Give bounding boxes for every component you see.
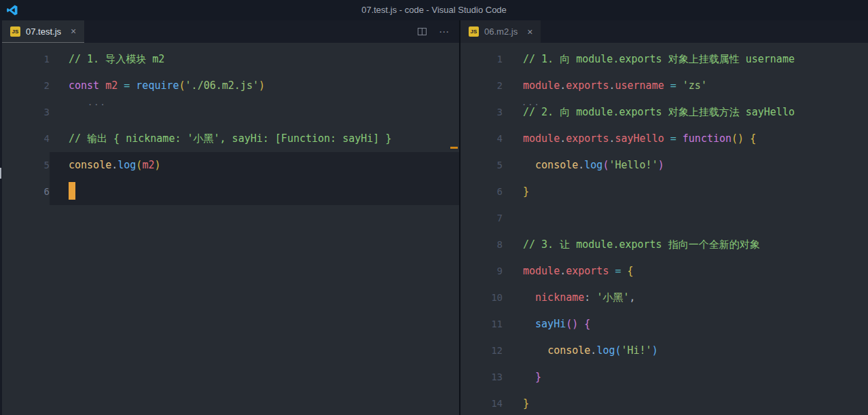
editor-06-m2-js[interactable]: 1// 1. 向 module.exports 对象上挂载属性 username… bbox=[460, 43, 868, 415]
line-number[interactable]: 4 bbox=[2, 126, 50, 152]
close-tab-icon[interactable]: × bbox=[527, 27, 532, 37]
code-token: { bbox=[750, 132, 756, 145]
code-line[interactable]: 11 sayHi() { bbox=[460, 311, 868, 338]
code-line[interactable]: 6 bbox=[2, 179, 459, 205]
code-line[interactable]: 7 bbox=[460, 205, 868, 232]
line-number[interactable]: 8 bbox=[460, 232, 503, 258]
code-token: m2 bbox=[142, 159, 154, 171]
editor-07-test-js[interactable]: 1// 1. 导入模块 m22const m2 = require('./06.… bbox=[2, 43, 459, 415]
code-line[interactable]: 2module.exports.username = 'zs' bbox=[460, 73, 868, 99]
tab-label: 06.m2.js bbox=[484, 26, 518, 37]
code-token bbox=[523, 371, 535, 383]
line-number[interactable]: 13 bbox=[460, 364, 503, 391]
line-number[interactable]: 12 bbox=[460, 338, 503, 364]
code-token: ( bbox=[179, 79, 185, 92]
code-line[interactable]: 5 console.log('Hello!') bbox=[460, 152, 868, 179]
code-line[interactable]: 12 console.log('Hi!') bbox=[460, 338, 868, 364]
code-line[interactable]: 9module.exports = { bbox=[460, 258, 868, 285]
code-token: sayHi bbox=[535, 318, 566, 330]
line-number[interactable]: 3 bbox=[2, 99, 50, 126]
tab-06-m2-js[interactable]: JS 06.m2.js × bbox=[460, 20, 541, 43]
line-number[interactable]: 5 bbox=[460, 152, 503, 179]
code-token: } bbox=[523, 397, 529, 410]
more-actions-icon[interactable]: ⋯ bbox=[439, 26, 450, 37]
close-tab-icon[interactable]: × bbox=[71, 26, 76, 36]
code-line[interactable]: 1// 1. 向 module.exports 对象上挂载属性 username bbox=[460, 46, 868, 73]
line-number[interactable]: 3 bbox=[460, 99, 503, 126]
code-token: nickname bbox=[535, 291, 584, 304]
code-token: ) bbox=[738, 132, 744, 145]
line-number[interactable]: 6 bbox=[460, 179, 503, 205]
tab-07-test-js[interactable]: JS 07.test.js × bbox=[2, 20, 84, 43]
code-content: } bbox=[503, 364, 868, 391]
code-line[interactable]: 10 nickname: '小黑', bbox=[460, 285, 868, 311]
code-token: = bbox=[670, 132, 676, 145]
code-token: . bbox=[111, 159, 117, 171]
code-line[interactable]: 4module.exports.sayHello = function() { bbox=[460, 126, 868, 152]
code-token: } bbox=[523, 185, 529, 198]
inline-hint-dots: ... bbox=[522, 98, 541, 107]
inline-hint-dots: ... bbox=[88, 98, 107, 107]
code-token: ( bbox=[615, 344, 621, 357]
line-number[interactable]: 5 bbox=[2, 152, 50, 179]
code-token: : bbox=[584, 291, 590, 304]
code-token: console bbox=[69, 159, 111, 171]
code-line[interactable]: 3 bbox=[2, 99, 459, 126]
text-cursor bbox=[69, 182, 75, 200]
code-token: = bbox=[670, 79, 676, 92]
line-number[interactable]: 14 bbox=[460, 391, 503, 415]
code-token bbox=[117, 79, 124, 92]
code-token: = bbox=[124, 79, 130, 92]
code-content: module.exports = { bbox=[503, 258, 868, 285]
code-line[interactable]: 6} bbox=[460, 179, 868, 205]
line-number[interactable]: 7 bbox=[460, 205, 503, 232]
line-number[interactable]: 2 bbox=[2, 73, 50, 99]
code-line[interactable]: 8// 3. 让 module.exports 指向一个全新的对象 bbox=[460, 232, 868, 258]
window-title: 07.test.js - code - Visual Studio Code bbox=[361, 0, 507, 20]
code-token: exports bbox=[566, 265, 609, 277]
code-content: const m2 = require('./06.m2.js') bbox=[50, 73, 459, 99]
code-content: nickname: '小黑', bbox=[503, 285, 868, 311]
code-token: , bbox=[629, 291, 635, 304]
split-editor-icon[interactable] bbox=[418, 26, 427, 38]
editor-area: JS 07.test.js × ⋯ 1// 1. 导入模块 m22const m… bbox=[0, 20, 868, 415]
line-number[interactable]: 11 bbox=[460, 311, 503, 338]
code-token: log bbox=[117, 159, 136, 171]
code-token: exports bbox=[566, 132, 609, 145]
code-line[interactable]: 14} bbox=[460, 391, 868, 415]
code-line[interactable]: 13 } bbox=[460, 364, 868, 391]
line-number[interactable]: 1 bbox=[2, 46, 50, 73]
line-number[interactable]: 2 bbox=[460, 73, 503, 99]
line-number[interactable]: 10 bbox=[460, 285, 503, 311]
code-token: module bbox=[523, 132, 560, 145]
tab-label: 07.test.js bbox=[26, 26, 61, 37]
code-token: . bbox=[560, 132, 566, 145]
code-token: // 输出 { nickname: '小黑', sayHi: [Function… bbox=[69, 132, 391, 145]
line-number[interactable]: 6 bbox=[2, 179, 50, 205]
code-token: ) bbox=[154, 159, 160, 171]
code-token: ( bbox=[731, 132, 738, 145]
code-token bbox=[744, 132, 750, 145]
code-token: } bbox=[535, 371, 541, 383]
code-line[interactable]: 4// 输出 { nickname: '小黑', sayHi: [Functio… bbox=[2, 126, 459, 152]
left-edge-sash[interactable] bbox=[0, 168, 1, 179]
code-content: // 输出 { nickname: '小黑', sayHi: [Function… bbox=[50, 126, 459, 152]
code-token: ) bbox=[658, 159, 664, 171]
editor-actions: ⋯ bbox=[418, 20, 450, 43]
code-line[interactable]: 5console.log(m2) bbox=[2, 152, 459, 179]
code-token: // 3. 让 module.exports 指向一个全新的对象 bbox=[523, 238, 760, 251]
javascript-file-icon: JS bbox=[10, 26, 20, 37]
line-number[interactable]: 9 bbox=[460, 258, 503, 285]
code-token bbox=[676, 132, 683, 145]
code-content: console.log('Hi!') bbox=[503, 338, 868, 364]
line-number[interactable]: 4 bbox=[460, 126, 503, 152]
line-number[interactable]: 1 bbox=[460, 46, 503, 73]
code-token: { bbox=[584, 318, 590, 330]
code-line[interactable]: 1// 1. 导入模块 m2 bbox=[2, 46, 459, 73]
code-token: = bbox=[615, 265, 621, 277]
code-line[interactable]: 2const m2 = require('./06.m2.js') bbox=[2, 73, 459, 99]
code-content: module.exports.username = 'zs' bbox=[503, 73, 868, 99]
code-content: } bbox=[503, 179, 868, 205]
code-token: exports bbox=[566, 79, 609, 92]
code-token bbox=[523, 318, 535, 330]
